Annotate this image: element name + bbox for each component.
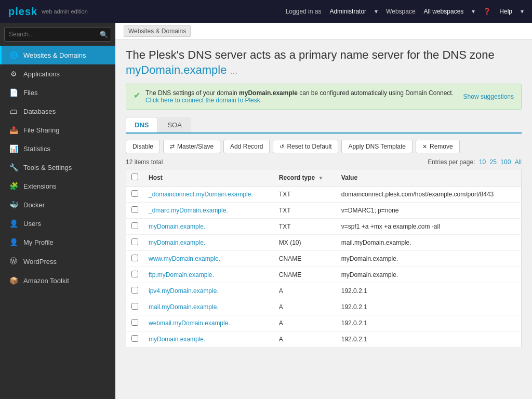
row-checkbox-6[interactable] xyxy=(131,287,138,294)
row-checkbox-cell xyxy=(126,299,144,315)
show-suggestions-link[interactable]: Show suggestions xyxy=(463,93,514,100)
row-checkbox-2[interactable] xyxy=(131,222,138,229)
row-checkbox-cell xyxy=(126,267,144,283)
select-all-checkbox[interactable] xyxy=(131,174,138,180)
admin-link[interactable]: Administrator xyxy=(329,8,366,15)
add-record-label: Add Record xyxy=(230,143,263,150)
table-row: _dmarc.myDomain.example. TXT v=DMARC1; p… xyxy=(126,203,522,219)
cell-value-1: v=DMARC1; p=none xyxy=(336,203,522,219)
search-button[interactable]: 🔍 xyxy=(100,31,108,38)
row-checkbox-4[interactable] xyxy=(131,255,138,261)
sidebar-item-amazon-toolkit[interactable]: 📦 Amazon Toolkit xyxy=(0,271,115,290)
row-checkbox-3[interactable] xyxy=(131,238,138,245)
alert-text: The DNS settings of your domain myDomain… xyxy=(145,89,458,104)
row-checkbox-0[interactable] xyxy=(131,190,138,197)
edition-label: web admin edition xyxy=(42,8,88,15)
sidebar-item-users[interactable]: 👤 Users xyxy=(0,214,115,233)
entries-10[interactable]: 10 xyxy=(479,158,486,166)
sidebar-item-docker[interactable]: 🐳 Docker xyxy=(0,195,115,214)
domain-connect-link[interactable]: Click here to connect the domain to Ples… xyxy=(145,97,262,104)
sidebar-item-extensions[interactable]: 🧩 Extensions xyxy=(0,177,115,195)
tab-soa[interactable]: SOA xyxy=(158,117,190,132)
column-header-host: Host xyxy=(143,169,274,187)
entries-100[interactable]: 100 xyxy=(500,158,511,166)
row-checkbox-1[interactable] xyxy=(131,206,138,213)
column-header-record-type[interactable]: Record type ▼ xyxy=(274,169,336,187)
help-dropdown-arrow: ▾ xyxy=(521,8,524,15)
main-content: Websites & Domains The Plesk's DNS serve… xyxy=(115,23,532,399)
webspace-link[interactable]: All webspaces xyxy=(424,8,464,15)
logged-in-label: Logged in as xyxy=(286,8,322,15)
table-row: ipv4.myDomain.example. A 192.0.2.1 xyxy=(126,283,522,299)
row-checkbox-7[interactable] xyxy=(131,303,138,310)
cell-value-4: myDomain.example. xyxy=(336,251,522,267)
entries-all[interactable]: All xyxy=(515,158,522,166)
page-title-text: The Plesk's DNS server acts as a primary… xyxy=(126,48,495,61)
help-link[interactable]: Help xyxy=(499,8,512,15)
sidebar-label-amazon-toolkit: Amazon Toolkit xyxy=(23,277,69,285)
host-link-6[interactable]: ipv4.myDomain.example. xyxy=(149,287,219,295)
sidebar-item-tools-settings[interactable]: 🔧 Tools & Settings xyxy=(0,158,115,177)
row-checkbox-5[interactable] xyxy=(131,271,138,277)
tab-dns[interactable]: DNS xyxy=(126,117,157,132)
sidebar-label-statistics: Statistics xyxy=(23,145,50,153)
sidebar-item-applications[interactable]: ⚙ Applications xyxy=(0,64,115,83)
sidebar-item-files[interactable]: 📄 Files xyxy=(0,83,115,102)
sidebar-item-databases[interactable]: 🗃 Databases xyxy=(0,102,115,121)
sidebar-label-file-sharing: File Sharing xyxy=(23,126,59,134)
master-slave-label: Master/Slave xyxy=(177,143,214,150)
cell-type-6: A xyxy=(274,283,336,299)
table-row: myDomain.example. MX (10) mail.myDomain.… xyxy=(126,235,522,251)
sidebar-item-my-profile[interactable]: 👤 My Profile xyxy=(0,233,115,251)
host-link-0[interactable]: _domainconnect.myDomain.example. xyxy=(149,191,253,198)
layout: 🔍 🌐 Websites & Domains ⚙ Applications 📄 … xyxy=(0,23,532,399)
webspace-dropdown-arrow: ▾ xyxy=(472,8,475,15)
host-link-9[interactable]: myDomain.example. xyxy=(149,336,205,343)
master-slave-button[interactable]: ⇄ Master/Slave xyxy=(163,140,220,153)
sidebar-label-my-profile: My Profile xyxy=(23,238,54,246)
row-checkbox-8[interactable] xyxy=(131,319,138,326)
wordpress-icon: Ⓦ xyxy=(9,257,18,266)
sidebar-label-files: Files xyxy=(23,89,37,97)
cell-type-1: TXT xyxy=(274,203,336,219)
row-checkbox-cell xyxy=(126,331,144,348)
sidebar: 🔍 🌐 Websites & Domains ⚙ Applications 📄 … xyxy=(0,23,115,399)
row-checkbox-cell xyxy=(126,315,144,331)
alert-domain: myDomain.example xyxy=(239,89,298,97)
check-icon: ✔ xyxy=(134,90,140,100)
host-link-5[interactable]: ftp.myDomain.example. xyxy=(149,271,214,278)
row-checkbox-9[interactable] xyxy=(131,335,138,342)
host-link-7[interactable]: mail.myDomain.example. xyxy=(149,303,219,311)
sidebar-item-file-sharing[interactable]: 📤 File Sharing xyxy=(0,121,115,139)
search-input[interactable] xyxy=(4,27,111,42)
apply-dns-template-button[interactable]: Apply DNS Template xyxy=(341,140,413,153)
sort-arrow-icon: ▼ xyxy=(318,175,324,181)
remove-button[interactable]: ✕ Remove xyxy=(416,140,460,153)
table-row: ftp.myDomain.example. CNAME myDomain.exa… xyxy=(126,267,522,283)
cell-host-6: ipv4.myDomain.example. xyxy=(143,283,274,299)
search-area: 🔍 xyxy=(0,23,115,46)
cell-host-7: mail.myDomain.example. xyxy=(143,299,274,315)
host-link-2[interactable]: myDomain.example. xyxy=(149,223,205,230)
applications-icon: ⚙ xyxy=(9,70,18,78)
reset-to-default-button[interactable]: ↺ Reset to Default xyxy=(273,140,338,153)
sidebar-label-wordpress: WordPress xyxy=(23,258,57,265)
sidebar-label-extensions: Extensions xyxy=(23,182,57,190)
host-link-1[interactable]: _dmarc.myDomain.example. xyxy=(149,207,228,214)
host-link-4[interactable]: www.myDomain.example. xyxy=(149,255,220,262)
statistics-icon: 📊 xyxy=(9,144,18,153)
sidebar-item-websites-domains[interactable]: 🌐 Websites & Domains xyxy=(0,46,115,64)
amazon-icon: 📦 xyxy=(9,276,18,285)
entries-25[interactable]: 25 xyxy=(490,158,497,166)
sidebar-item-wordpress[interactable]: Ⓦ WordPress xyxy=(0,251,115,271)
row-checkbox-cell xyxy=(126,203,144,219)
table-info: 12 items total Entries per page: 10 25 1… xyxy=(126,158,522,166)
domain-link[interactable]: myDomain.example xyxy=(126,63,227,76)
disable-button[interactable]: Disable xyxy=(126,140,160,153)
sidebar-item-statistics[interactable]: 📊 Statistics xyxy=(0,139,115,158)
host-link-3[interactable]: myDomain.example. xyxy=(149,239,205,246)
add-record-button[interactable]: Add Record xyxy=(223,140,270,153)
reset-icon: ↺ xyxy=(280,143,284,150)
cell-host-5: ftp.myDomain.example. xyxy=(143,267,274,283)
host-link-8[interactable]: webmail.myDomain.example. xyxy=(149,320,230,327)
